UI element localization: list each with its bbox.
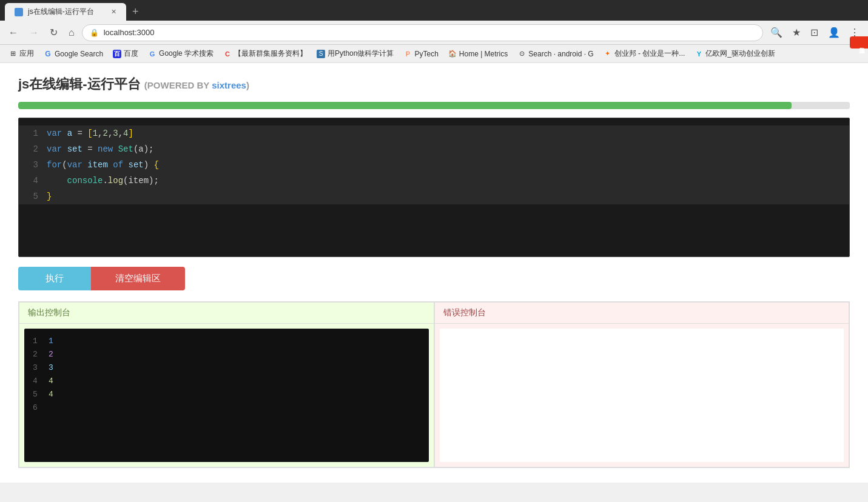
python-icon: S	[317, 50, 325, 58]
bookmark-google-scholar[interactable]: G Google 学术搜索	[144, 47, 217, 60]
cluster-icon: C	[223, 50, 232, 58]
code-line-4: 4 console.log(item);	[19, 173, 849, 189]
output-panel: 输出控制台 1 1 2 2 3 3 4 4	[19, 302, 434, 467]
bookmark-google-label: Google Search	[55, 50, 103, 58]
page-content: js在线编辑-运行平台 (POWERED BY sixtrees) 1 var …	[0, 63, 868, 483]
output-linenum-4: 4	[33, 375, 42, 388]
nav-bar: ← → ↻ ⌂ 🔒 localhost:3000 🔍 ★ ⊡ 👤 ⋮	[0, 21, 868, 45]
apps-icon: ⊞	[8, 50, 17, 58]
bookmark-home-label: Home | Metrics	[459, 50, 508, 58]
home-icon: 🏠	[448, 50, 457, 58]
line-number-2: 2	[26, 142, 38, 156]
bookmark-baidu-label: 百度	[124, 49, 138, 59]
output-val-5: 4	[49, 388, 53, 401]
progress-bar-container	[18, 102, 850, 109]
browser-chrome: js在线编辑-运行平台 ✕ + ← → ↻ ⌂ 🔒 localhost:3000…	[0, 0, 868, 63]
bookmark-pytech-label: PyTech	[414, 50, 438, 58]
bookmark-apps[interactable]: ⊞ 应用	[5, 47, 38, 60]
new-tab-button[interactable]: +	[130, 3, 141, 21]
address-url: localhost:3000	[104, 28, 755, 37]
bookmark-python[interactable]: S 用Python做科学计算	[313, 47, 397, 60]
output-linenum-6: 6	[33, 401, 42, 415]
sixtrees-link[interactable]: sixtrees	[212, 80, 246, 90]
code-editor[interactable]: 1 var a = [1,2,3,4] 2 var set = new Set(…	[18, 118, 850, 257]
home-button[interactable]: ⌂	[65, 25, 78, 41]
back-button[interactable]: ←	[5, 25, 22, 41]
pytech-icon: P	[403, 50, 412, 58]
address-bar[interactable]: 🔒 localhost:3000	[82, 24, 763, 41]
line-number-5: 5	[26, 190, 38, 203]
active-tab[interactable]: js在线编辑-运行平台 ✕	[5, 3, 126, 21]
line-number-3: 3	[26, 158, 38, 172]
clear-button[interactable]: 清空编辑区	[91, 267, 185, 290]
bookmark-github-label: Search · android · G	[528, 50, 593, 58]
bookmark-python-label: 用Python做科学计算	[328, 49, 394, 59]
forward-button[interactable]: →	[25, 25, 42, 41]
bookmark-github-android[interactable]: ⊙ Search · android · G	[514, 49, 597, 59]
button-row: 执行 清空编辑区	[18, 267, 850, 290]
search-icon-button[interactable]: 🔍	[767, 24, 786, 41]
output-line-3: 3 3	[33, 361, 420, 375]
tab-favicon	[15, 8, 23, 16]
output-linenum-5: 5	[33, 388, 42, 401]
side-panel-ad[interactable]: 点我加速	[850, 36, 868, 49]
output-val-3: 3	[49, 361, 53, 375]
bookmark-yiou[interactable]: Y 亿欧网_驱动创业创新	[691, 47, 779, 60]
screenshot-button[interactable]: ⊡	[807, 24, 822, 41]
bookmark-apps-label: 应用	[19, 49, 34, 59]
address-lock-icon: 🔒	[90, 28, 99, 37]
google-icon: G	[44, 50, 52, 58]
error-panel-header: 错误控制台	[435, 303, 849, 324]
page-title: js在线编辑-运行平台 (POWERED BY sixtrees)	[18, 75, 850, 93]
code-line-2: 2 var set = new Set(a);	[19, 141, 849, 157]
console-panels: 输出控制台 1 1 2 2 3 3 4 4	[18, 301, 850, 468]
nav-actions: 🔍 ★ ⊡ 👤 ⋮	[767, 24, 863, 41]
output-linenum-3: 3	[33, 361, 42, 375]
bookmark-google-search[interactable]: G Google Search	[40, 49, 107, 59]
code-content-4: console.log(item);	[47, 174, 842, 187]
bookmark-cluster-label: 【最新群集服务资料】	[234, 49, 307, 59]
github-icon: ⊙	[517, 50, 526, 58]
bookmark-pytech[interactable]: P PyTech	[400, 49, 442, 59]
line-number-4: 4	[26, 174, 38, 187]
output-val-2: 2	[49, 348, 53, 361]
tab-bar: js在线编辑-运行平台 ✕ +	[0, 0, 868, 21]
execute-button[interactable]: 执行	[18, 267, 91, 290]
bookmarks-bar: ⊞ 应用 G Google Search 百 百度 G Google 学术搜索 …	[0, 45, 868, 63]
code-content-1: var a = [1,2,3,4]	[47, 127, 842, 140]
reload-button[interactable]: ↻	[46, 24, 61, 41]
tab-title: js在线编辑-运行平台	[28, 7, 94, 17]
output-line-6: 6	[33, 401, 420, 415]
output-line-2: 2 2	[33, 348, 420, 361]
output-val-1: 1	[49, 335, 53, 348]
bookmark-star-button[interactable]: ★	[789, 24, 804, 41]
code-line-3: 3 for(var item of set) {	[19, 157, 849, 173]
output-val-4: 4	[49, 375, 53, 388]
bookmark-chuangyebang-label: 创业邦 - 创业是一种...	[614, 49, 685, 59]
yiou-icon: Y	[695, 50, 703, 58]
code-content-3: for(var item of set) {	[47, 158, 842, 172]
code-content-2: var set = new Set(a);	[47, 142, 842, 156]
code-content-5: }	[47, 190, 842, 203]
code-line-1: 1 var a = [1,2,3,4]	[19, 126, 849, 141]
bookmark-scholar-label: Google 学术搜索	[159, 49, 214, 59]
output-linenum-2: 2	[33, 348, 42, 361]
user-button[interactable]: 👤	[824, 24, 844, 41]
bookmark-baidu[interactable]: 百 百度	[109, 47, 142, 60]
bookmark-home-metrics[interactable]: 🏠 Home | Metrics	[445, 49, 511, 59]
error-panel: 错误控制台	[434, 302, 850, 467]
page-title-main: js在线编辑-运行平台	[18, 76, 141, 92]
baidu-icon: 百	[113, 50, 121, 58]
progress-bar-fill	[18, 102, 792, 109]
output-line-1: 1 1	[33, 335, 420, 348]
line-number-1: 1	[26, 127, 38, 140]
bookmark-cluster[interactable]: C 【最新群集服务资料】	[220, 47, 311, 60]
code-line-5: 5 }	[19, 189, 849, 204]
tab-close-button[interactable]: ✕	[111, 8, 116, 16]
error-console-body	[440, 329, 844, 462]
chuangyebang-icon: ✦	[604, 50, 612, 58]
bookmark-chuangyebang[interactable]: ✦ 创业邦 - 创业是一种...	[600, 47, 689, 60]
output-panel-header: 输出控制台	[19, 303, 434, 324]
bookmark-yiou-label: 亿欧网_驱动创业创新	[705, 49, 775, 59]
scholar-icon: G	[148, 50, 156, 58]
